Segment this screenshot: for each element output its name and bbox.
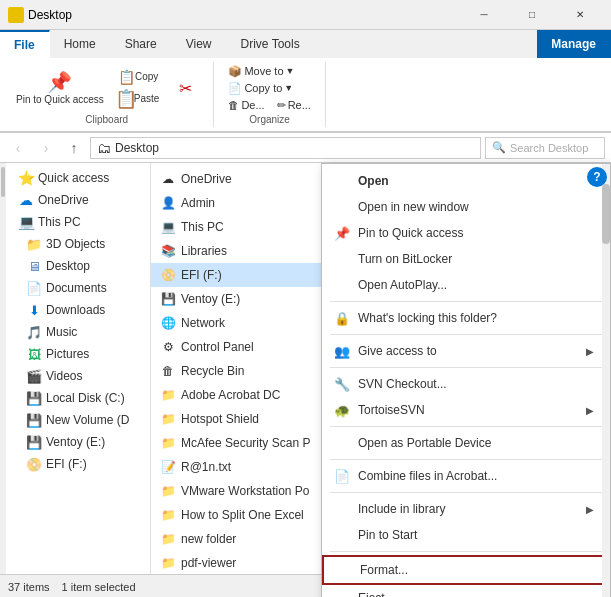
file-label: new folder	[181, 532, 236, 546]
up-button[interactable]: ↑	[62, 136, 86, 160]
file-label: Network	[181, 316, 225, 330]
tab-drive-tools[interactable]: Drive Tools	[227, 30, 315, 58]
ctx-pin-quick[interactable]: 📌 Pin to Quick access	[322, 220, 610, 246]
tab-share[interactable]: Share	[111, 30, 172, 58]
status-info: 37 items 1 item selected	[8, 581, 136, 593]
ctx-locking[interactable]: 🔒 What's locking this folder?	[322, 305, 610, 331]
ctx-bitlocker[interactable]: Turn on BitLocker	[322, 246, 610, 272]
ctx-acrobat[interactable]: 📄 Combine files in Acrobat...	[322, 463, 610, 489]
delete-label: De...	[241, 99, 264, 111]
tab-file[interactable]: File	[0, 30, 50, 58]
search-box[interactable]: 🔍 Search Desktop	[485, 137, 605, 159]
pin-quick-access-button[interactable]: 📌 Pin to Quick access	[10, 68, 110, 108]
items-count: 37 items	[8, 581, 50, 593]
eject-icon	[334, 590, 350, 597]
ctx-tortoise[interactable]: 🐢 TortoiseSVN ▶	[322, 397, 610, 423]
sidebar-item-local-disk[interactable]: 💾 Local Disk (C:)	[6, 387, 150, 409]
control-icon: ⚙	[159, 338, 177, 356]
sidebar-label: Desktop	[46, 259, 90, 273]
maximize-button[interactable]: □	[509, 1, 555, 29]
close-button[interactable]: ✕	[557, 1, 603, 29]
ctx-autoplay[interactable]: Open AutoPlay...	[322, 272, 610, 298]
delete-button[interactable]: 🗑 De...	[224, 98, 268, 113]
sidebar-item-downloads[interactable]: ⬇ Downloads	[6, 299, 150, 321]
sidebar-item-efi[interactable]: 📀 EFI (F:)	[6, 453, 150, 475]
help-button[interactable]: ?	[587, 167, 607, 187]
ctx-eject[interactable]: Eject	[322, 585, 610, 597]
search-icon: 🔍	[492, 141, 506, 154]
file-label: Admin	[181, 196, 215, 210]
ribbon-tabs: File Home Share View Drive Tools Manage	[0, 30, 611, 58]
sidebar-item-pictures[interactable]: 🖼 Pictures	[6, 343, 150, 365]
library-icon	[334, 501, 350, 517]
tab-home[interactable]: Home	[50, 30, 111, 58]
copy-icon: 📋	[119, 69, 135, 85]
sidebar-item-documents[interactable]: 📄 Documents	[6, 277, 150, 299]
sidebar-item-videos[interactable]: 🎬 Videos	[6, 365, 150, 387]
ctx-open[interactable]: Open	[322, 168, 610, 194]
sidebar-item-quick-access[interactable]: ⭐ Quick access	[6, 167, 150, 189]
sidebar-item-ventoy[interactable]: 💾 Ventoy (E:)	[6, 431, 150, 453]
txt-icon: 📝	[159, 458, 177, 476]
ctx-give-access[interactable]: 👥 Give access to ▶	[322, 338, 610, 364]
ctx-svn[interactable]: 🔧 SVN Checkout...	[322, 371, 610, 397]
arrow-icon-2: ▶	[586, 405, 594, 416]
network-icon: 🌐	[159, 314, 177, 332]
hdd2-icon: 💾	[26, 412, 42, 428]
copy-to-button[interactable]: 📄 Copy to ▼	[224, 81, 297, 96]
move-to-button[interactable]: 📦 Move to ▼	[224, 64, 298, 79]
videos-icon: 🎬	[26, 368, 42, 384]
sidebar-label: Music	[46, 325, 77, 339]
ctx-portable[interactable]: Open as Portable Device	[322, 430, 610, 456]
ctx-include-library[interactable]: Include in library ▶	[322, 496, 610, 522]
sidebar-item-desktop[interactable]: 🖥 Desktop	[6, 255, 150, 277]
separator-3	[330, 367, 602, 368]
ctx-format[interactable]: Format...	[322, 555, 610, 585]
share-icon: 👥	[334, 343, 350, 359]
svn-icon: 🔧	[334, 376, 350, 392]
sidebar-item-onedrive[interactable]: ☁ OneDrive	[6, 189, 150, 211]
scissors-icon: ✂	[173, 76, 197, 100]
sidebar-label: EFI (F:)	[46, 457, 87, 471]
sidebar-item-new-volume[interactable]: 💾 New Volume (D	[6, 409, 150, 431]
efi-icon: 📀	[26, 456, 42, 472]
tab-manage[interactable]: Manage	[537, 30, 611, 58]
sidebar-label: New Volume (D	[46, 413, 129, 427]
hotspot-icon: 📁	[159, 410, 177, 428]
paste-button[interactable]: 📋 Paste	[114, 89, 164, 109]
folder-yellow-icon: 📁	[159, 530, 177, 548]
back-button[interactable]: ‹	[6, 136, 30, 160]
rename-button[interactable]: ✏ Re...	[273, 98, 315, 113]
ctx-pin-start[interactable]: Pin to Start	[322, 522, 610, 548]
sidebar-item-this-pc[interactable]: 💻 This PC	[6, 211, 150, 233]
delete-icon: 🗑	[228, 99, 239, 111]
file-label: Hotspot Shield	[181, 412, 259, 426]
sidebar-label: Local Disk (C:)	[46, 391, 125, 405]
scissors-button[interactable]: ✂	[167, 74, 203, 102]
onedrive-icon: ☁	[159, 170, 177, 188]
paste-label: Paste	[134, 93, 160, 105]
folder-icon	[8, 7, 24, 23]
minimize-button[interactable]: ─	[461, 1, 507, 29]
sidebar-item-3d[interactable]: 📁 3D Objects	[6, 233, 150, 255]
ctx-portable-label: Open as Portable Device	[358, 436, 594, 450]
sidebar-label: Downloads	[46, 303, 105, 317]
context-scrollbar[interactable]	[602, 164, 610, 597]
bitlocker-icon	[334, 251, 350, 267]
copyto-icon: 📄	[228, 82, 242, 95]
sidebar-item-music[interactable]: 🎵 Music	[6, 321, 150, 343]
ctx-library-label: Include in library	[358, 502, 578, 516]
tab-view[interactable]: View	[172, 30, 227, 58]
ctx-open-new-window[interactable]: Open in new window	[322, 194, 610, 220]
acrobat-ctx-icon: 📄	[334, 468, 350, 484]
vmware-icon: 📁	[159, 482, 177, 500]
address-path[interactable]: 🗂 Desktop	[90, 137, 481, 159]
organize-label: Organize	[249, 114, 290, 127]
copy-button[interactable]: 📋 Copy	[114, 67, 164, 87]
pin-start-icon	[334, 527, 350, 543]
forward-button[interactable]: ›	[34, 136, 58, 160]
efi-file-icon: 📀	[159, 266, 177, 284]
portable-icon	[334, 435, 350, 451]
ctx-autoplay-label: Open AutoPlay...	[358, 278, 594, 292]
open-icon	[334, 173, 350, 189]
